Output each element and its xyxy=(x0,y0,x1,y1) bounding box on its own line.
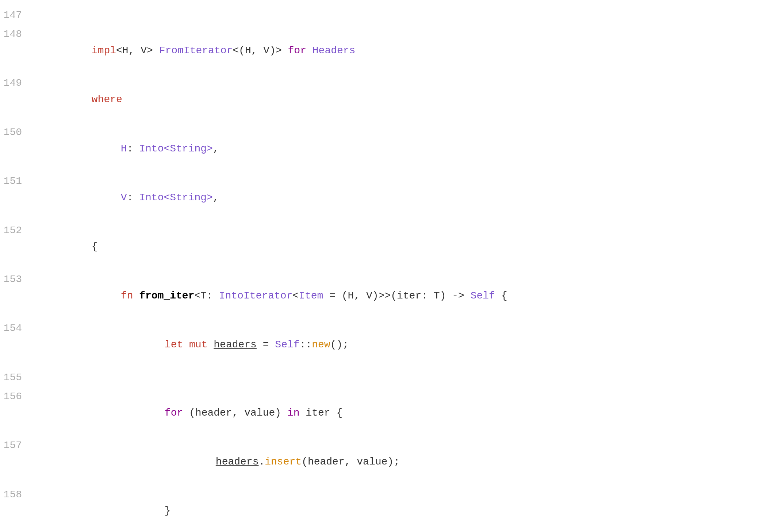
line-number-147: 147 xyxy=(0,7,33,24)
code-line-158: 158 } xyxy=(0,487,782,532)
code-line-151: 151 V: Into<String>, xyxy=(0,173,782,222)
line-content-148: impl<H, V> FromIterator<(H, V)> for Head… xyxy=(33,26,782,75)
code-line-154: 154 let mut headers = Self::new(); xyxy=(0,320,782,369)
type-fromiterator: FromIterator xyxy=(159,45,233,56)
code-line-149: 149 where xyxy=(0,75,782,124)
method-new: new xyxy=(312,339,330,350)
keyword-impl: impl xyxy=(92,45,116,56)
fn-from-iter: from_iter xyxy=(139,290,194,301)
keyword-where: where xyxy=(92,94,122,105)
line-number-152: 152 xyxy=(0,223,33,239)
code-line-147: 147 xyxy=(0,7,782,26)
keyword-in-156: in xyxy=(287,407,300,419)
type-h-150: H xyxy=(121,143,127,154)
code-line-152: 152 { xyxy=(0,223,782,271)
line-number-154: 154 xyxy=(0,320,33,337)
line-number-157: 157 xyxy=(0,437,33,454)
code-editor: 147 148 impl<H, V> FromIterator<(H, V)> … xyxy=(0,0,782,532)
keyword-for-148: for xyxy=(288,45,306,56)
var-headers-157: headers xyxy=(216,456,259,467)
type-item: Item xyxy=(299,290,323,301)
line-content-150: H: Into<String>, xyxy=(33,124,782,173)
line-content-157: headers.insert(header, value); xyxy=(33,437,782,486)
type-v-151: V xyxy=(121,192,127,203)
keyword-for-156: for xyxy=(165,407,183,419)
line-content-154: let mut headers = Self::new(); xyxy=(33,320,782,369)
type-self-153: Self xyxy=(471,290,495,301)
keyword-fn: fn xyxy=(121,290,133,301)
type-headers-148: Headers xyxy=(313,45,356,56)
code-line-150: 150 H: Into<String>, xyxy=(0,124,782,173)
line-content-152: { xyxy=(33,223,782,271)
type-into-string-151: Into<String> xyxy=(139,192,213,203)
var-headers-154: headers xyxy=(214,339,257,350)
code-line-156: 156 for (header, value) in iter { xyxy=(0,389,782,437)
type-intoiterator: IntoIterator xyxy=(219,290,293,301)
keyword-let-154: let xyxy=(165,339,183,350)
method-insert: insert xyxy=(265,456,302,467)
keyword-mut-154: mut xyxy=(189,339,207,350)
line-number-158: 158 xyxy=(0,487,33,503)
line-content-153: fn from_iter<T: IntoIterator<Item = (H, … xyxy=(33,271,782,320)
line-content-156: for (header, value) in iter { xyxy=(33,389,782,437)
line-number-153: 153 xyxy=(0,271,33,288)
line-content-149: where xyxy=(33,75,782,124)
code-line-148: 148 impl<H, V> FromIterator<(H, V)> for … xyxy=(0,26,782,75)
type-into-string-150: Into<String> xyxy=(139,143,213,154)
code-line-155: 155 xyxy=(0,370,782,389)
line-number-151: 151 xyxy=(0,173,33,190)
type-self-154: Self xyxy=(275,339,299,350)
line-content-158: } xyxy=(33,487,782,532)
line-number-156: 156 xyxy=(0,389,33,405)
code-line-157: 157 headers.insert(header, value); xyxy=(0,437,782,486)
line-number-155: 155 xyxy=(0,370,33,386)
line-content-151: V: Into<String>, xyxy=(33,173,782,222)
line-number-149: 149 xyxy=(0,75,33,92)
line-number-148: 148 xyxy=(0,26,33,43)
code-line-153: 153 fn from_iter<T: IntoIterator<Item = … xyxy=(0,271,782,320)
line-number-150: 150 xyxy=(0,124,33,141)
